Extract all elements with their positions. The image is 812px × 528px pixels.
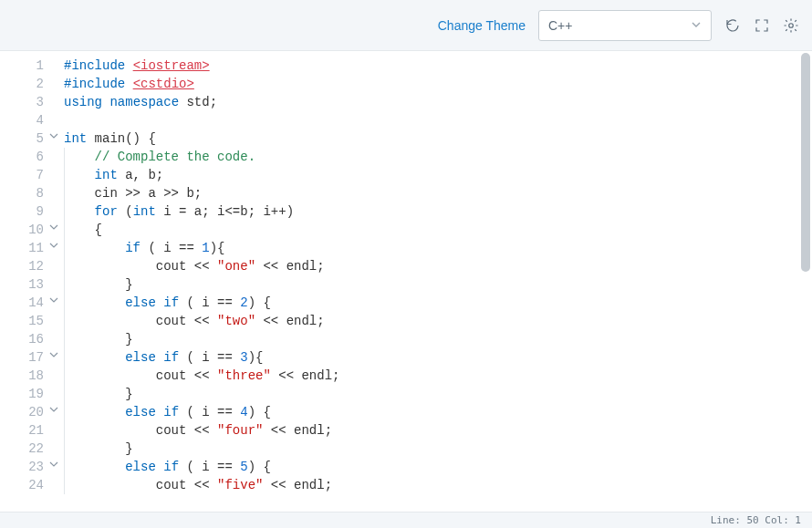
code-line[interactable]: cin >> a >> b;	[64, 184, 812, 202]
code-line[interactable]: #include <iostream>	[64, 57, 812, 75]
chevron-down-icon	[691, 18, 702, 33]
code-line[interactable]: cout << "three" << endl;	[64, 367, 812, 385]
code-line[interactable]: else if ( i == 4) {	[64, 403, 812, 421]
code-area[interactable]: #include <iostream>#include <cstdio>usin…	[51, 51, 812, 512]
line-number: 14	[0, 294, 51, 312]
line-number: 2	[0, 75, 51, 93]
toolbar-icons	[724, 17, 799, 34]
code-line[interactable]: }	[64, 275, 812, 294]
line-number: 19	[0, 385, 51, 403]
line-number: 3	[0, 93, 51, 111]
line-number: 5	[0, 129, 51, 148]
line-number: 18	[0, 367, 51, 385]
status-bar: Line: 50 Col: 1	[0, 512, 812, 528]
line-number: 10	[0, 221, 51, 239]
toolbar: Change Theme C++	[0, 0, 812, 51]
code-line[interactable]: cout << "one" << endl;	[64, 257, 812, 275]
code-line[interactable]: else if ( i == 5) {	[64, 458, 812, 476]
code-line[interactable]: if ( i == 1){	[64, 239, 812, 257]
code-line[interactable]: cout << "two" << endl;	[64, 312, 812, 330]
line-number: 1	[0, 57, 51, 75]
code-line[interactable]: using namespace std;	[64, 93, 812, 111]
scrollbar-thumb[interactable]	[801, 53, 810, 272]
line-number: 22	[0, 440, 51, 458]
line-number: 4	[0, 111, 51, 129]
gear-icon[interactable]	[783, 17, 799, 34]
code-editor[interactable]: 123456789101112131415161718192021222324 …	[0, 51, 812, 512]
line-number: 11	[0, 239, 51, 257]
line-number: 7	[0, 166, 51, 184]
code-line[interactable]: }	[64, 330, 812, 348]
cursor-position: Line: 50 Col: 1	[711, 514, 801, 526]
line-number: 13	[0, 275, 51, 294]
code-line[interactable]: else if ( i == 3){	[64, 348, 812, 367]
line-number: 9	[0, 202, 51, 221]
line-number: 21	[0, 421, 51, 440]
code-line[interactable]: #include <cstdio>	[64, 75, 812, 93]
code-line[interactable]: cout << "four" << endl;	[64, 421, 812, 440]
code-line[interactable]: int a, b;	[64, 166, 812, 184]
fullscreen-icon[interactable]	[754, 17, 770, 34]
code-line[interactable]: {	[64, 221, 812, 239]
line-number: 15	[0, 312, 51, 330]
svg-point-0	[789, 23, 794, 27]
change-theme-link[interactable]: Change Theme	[438, 18, 526, 33]
language-select-value: C++	[548, 18, 572, 33]
line-number: 16	[0, 330, 51, 348]
line-number: 17	[0, 348, 51, 367]
code-line[interactable]	[64, 111, 812, 129]
line-number: 23	[0, 458, 51, 476]
code-line[interactable]: // Complete the code.	[64, 148, 812, 166]
code-line[interactable]: }	[64, 440, 812, 458]
line-number: 20	[0, 403, 51, 421]
line-number: 8	[0, 184, 51, 202]
code-line[interactable]: int main() {	[64, 129, 812, 148]
code-line[interactable]: }	[64, 385, 812, 403]
line-number: 24	[0, 476, 51, 494]
code-line[interactable]: cout << "five" << endl;	[64, 476, 812, 494]
language-select[interactable]: C++	[538, 10, 712, 41]
code-line[interactable]: for (int i = a; i<=b; i++)	[64, 202, 812, 221]
line-gutter: 123456789101112131415161718192021222324	[0, 51, 51, 512]
line-number: 6	[0, 148, 51, 166]
reset-icon[interactable]	[724, 17, 741, 34]
code-line[interactable]: else if ( i == 2) {	[64, 294, 812, 312]
line-number: 12	[0, 257, 51, 275]
scrollbar-track[interactable]	[801, 51, 810, 505]
